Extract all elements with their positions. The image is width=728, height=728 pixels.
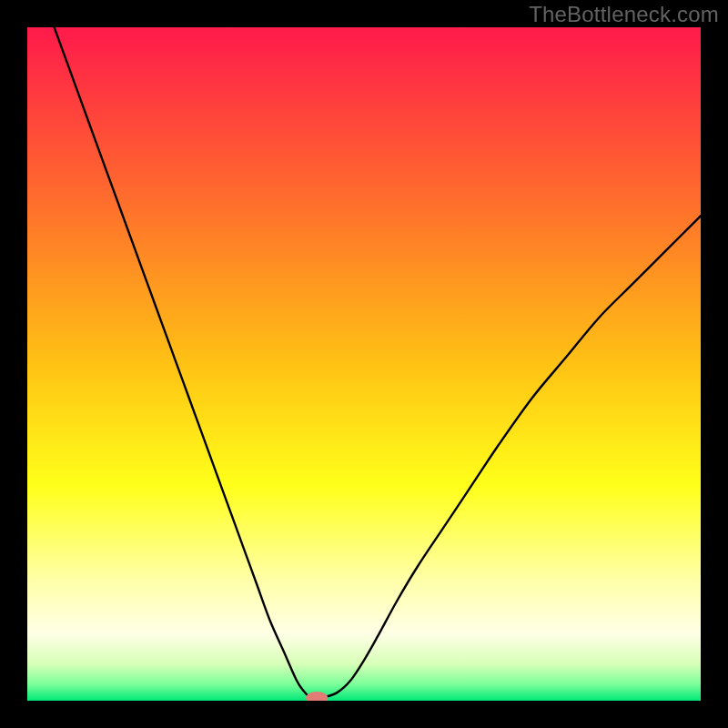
optimal-marker [306, 692, 328, 704]
watermark-text: TheBottleneck.com [529, 2, 719, 27]
bottleneck-plot [0, 0, 728, 728]
gradient-background [27, 27, 701, 701]
chart-frame: TheBottleneck.com [0, 0, 728, 728]
